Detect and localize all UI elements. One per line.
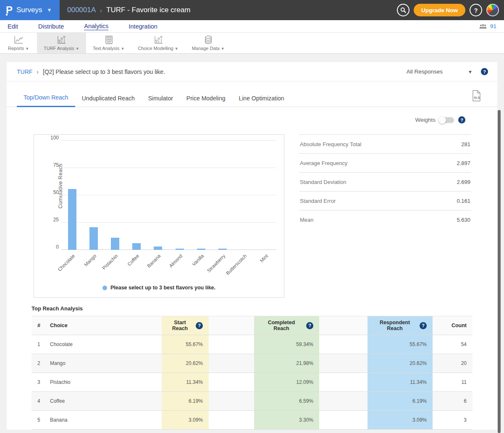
bar-almond[interactable] <box>176 249 184 250</box>
y-tick-label: 100 <box>42 135 59 141</box>
bar-chocolate[interactable] <box>68 189 76 250</box>
gridline <box>61 195 276 195</box>
newspaper-icon <box>104 35 114 45</box>
cell-start: 20.62% <box>162 354 209 373</box>
stat-row: Average Frequency2.897 <box>299 153 471 172</box>
column-header-gap2 <box>319 316 368 335</box>
database-icon <box>203 35 213 45</box>
help-icon[interactable]: ? <box>196 322 203 329</box>
gridline <box>61 222 276 223</box>
cell-start: 3.09% <box>162 411 209 430</box>
avatar[interactable] <box>486 4 499 16</box>
nav-item-edit[interactable]: Edit <box>8 23 18 30</box>
bar-strawberry[interactable] <box>218 249 227 250</box>
column-header-completed: Completed Reach? <box>254 316 319 335</box>
y-tick-label: 50 <box>42 189 59 195</box>
help-icon[interactable]: ? <box>481 68 488 75</box>
respondents-indicator[interactable]: 91 <box>479 23 496 29</box>
help-button[interactable]: ? <box>470 4 482 16</box>
upgrade-now-button[interactable]: Upgrade Now <box>414 4 465 16</box>
bar-mango[interactable] <box>89 227 98 250</box>
cell-count: 6 <box>433 392 472 411</box>
gridline <box>61 140 276 141</box>
search-button[interactable] <box>397 4 410 16</box>
respondents-count: 91 <box>490 23 496 29</box>
response-filter-select[interactable]: All Responses <box>407 68 443 75</box>
cell-count: 3 <box>433 411 472 430</box>
column-header-rank: # <box>32 316 44 335</box>
legend-marker-icon <box>102 286 107 290</box>
tab-price-modeling[interactable]: Price Modeling <box>180 95 232 107</box>
tab-line-optimization[interactable]: Line Optimization <box>232 95 291 107</box>
column-header-respondent: Respondent Reach? <box>368 316 433 335</box>
toolbar-item-reports[interactable]: Reports ▼ <box>0 33 37 53</box>
stat-label: Average Frequency <box>300 160 347 166</box>
cell-completed: 59.34% <box>254 335 319 354</box>
cell-gap1 <box>209 335 254 354</box>
line-chart-icon <box>13 35 24 45</box>
turf-breadcrumb-link[interactable]: TURF <box>17 68 32 75</box>
tab-unduplicated-reach[interactable]: Unduplicated Reach <box>75 95 142 107</box>
top-reach-analysis-section: Top Reach Analysis #ChoiceStart Reach?Co… <box>32 305 472 430</box>
xls-file-icon: XLS <box>471 90 481 102</box>
bar-banana[interactable] <box>154 247 162 250</box>
question-mark-icon: ? <box>474 7 478 14</box>
nav-item-integration[interactable]: Integration <box>129 23 158 30</box>
cell-completed: 21.98% <box>254 354 319 373</box>
tab-top-down-reach[interactable]: Top/Down Reach <box>17 94 75 107</box>
cell-respondent: 11.34% <box>368 373 433 392</box>
help-icon[interactable]: ? <box>458 116 465 123</box>
cell-respondent: 55.67% <box>368 335 433 354</box>
nav-item-analytics[interactable]: Analytics <box>84 23 108 30</box>
tab-simulator[interactable]: Simulator <box>142 95 180 107</box>
chart-legend[interactable]: Please select up to 3 best flavors you l… <box>34 285 284 291</box>
cell-rank: 5 <box>32 411 44 430</box>
table-row-mango: 2Mango20.62%21.98%20.62%20 <box>32 354 472 373</box>
summary-stats: Absolute Frequency Total281Average Frequ… <box>299 134 471 229</box>
cell-choice: Banana <box>44 411 162 430</box>
chevron-down-icon: ▼ <box>221 47 225 51</box>
cell-choice: Mango <box>44 354 162 373</box>
chevron-down-icon[interactable]: ▼ <box>468 69 472 74</box>
toolbar-item-choice-modelling[interactable]: Choice Modelling ▼ <box>131 33 185 53</box>
export-xls-button[interactable]: XLS <box>471 90 481 103</box>
stat-value: 2.699 <box>457 179 470 185</box>
cell-rank: 1 <box>32 335 44 354</box>
chevron-down-icon: ▼ <box>47 7 52 13</box>
question-title: [Q2] Please select up to 3 best flavors … <box>43 68 165 75</box>
bar-vanilla[interactable] <box>197 249 205 250</box>
chevron-down-icon: ▼ <box>76 47 79 51</box>
cell-count: 54 <box>433 335 472 354</box>
nav-item-distribute[interactable]: Distribute <box>38 23 64 30</box>
topbar: P Surveys ▼ 000001A › TURF - Favorite ic… <box>0 0 504 20</box>
weights-toggle[interactable] <box>440 117 454 123</box>
cell-completed: 6.59% <box>254 392 319 411</box>
chevron-down-icon: ▼ <box>121 47 124 51</box>
questionpro-logo-icon: P <box>6 5 13 15</box>
column-header-start: Start Reach? <box>162 316 209 335</box>
stat-label: Standard Error <box>300 198 336 204</box>
breadcrumb-separator: › <box>100 7 102 14</box>
column-header-count: Count <box>433 316 472 335</box>
cell-start: 6.19% <box>162 392 209 411</box>
chart-and-stats: Cumulative Reach 0255075100 ChocolateMan… <box>7 134 497 298</box>
cell-start: 11.34% <box>162 373 209 392</box>
stat-value: 2.897 <box>457 160 470 166</box>
stat-value: 0.161 <box>457 198 470 204</box>
toolbar-item-manage-data[interactable]: Manage Data ▼ <box>185 33 231 53</box>
survey-id-link[interactable]: 000001A <box>67 6 96 14</box>
toolbar-item-text-analysis[interactable]: Text Analysis ▼ <box>86 33 131 53</box>
bar-coffee[interactable] <box>132 243 141 250</box>
help-icon[interactable]: ? <box>306 322 313 329</box>
vertical-scrollbar[interactable] <box>498 110 501 433</box>
brand-menu[interactable]: P Surveys ▼ <box>0 0 60 20</box>
stat-row: Mean5.630 <box>299 210 471 229</box>
weights-label: Weights <box>415 117 436 123</box>
analytics-toolbar: Reports ▼ TURF Analysis ▼ Text Analysis … <box>0 33 504 54</box>
cell-completed: 12.09% <box>254 373 319 392</box>
turf-panel: TURF › [Q2] Please select up to 3 best f… <box>7 62 497 430</box>
bar-pistachio[interactable] <box>111 238 119 250</box>
help-icon[interactable]: ? <box>420 322 427 329</box>
toolbar-item-turf-analysis[interactable]: TURF Analysis ▼ <box>37 33 86 53</box>
cell-gap2 <box>319 392 368 411</box>
